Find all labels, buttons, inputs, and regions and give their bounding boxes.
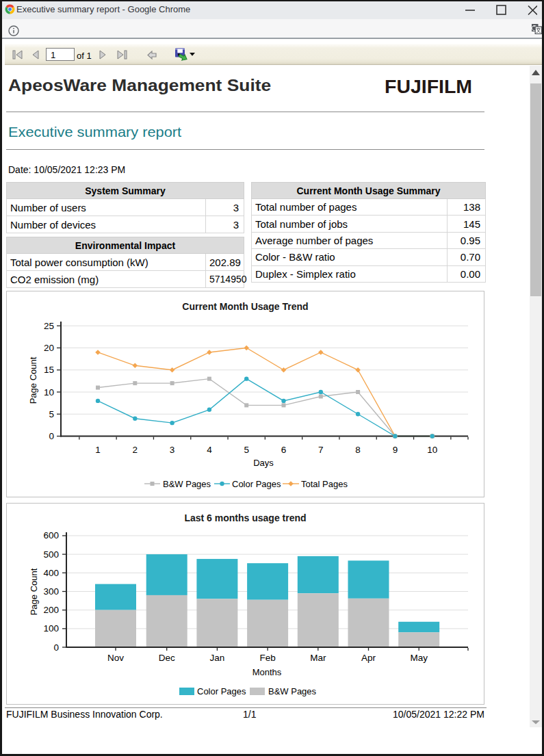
svg-text:2: 2 xyxy=(133,445,138,455)
svg-text:5: 5 xyxy=(244,445,249,455)
svg-text:300: 300 xyxy=(43,586,59,597)
svg-text:May: May xyxy=(410,653,428,663)
svg-text:FUJIFILM: FUJIFILM xyxy=(385,78,472,96)
svg-text:4: 4 xyxy=(207,445,212,455)
svg-text:10: 10 xyxy=(44,387,54,397)
svg-text:Page Count: Page Count xyxy=(28,356,38,404)
svg-text:9: 9 xyxy=(393,445,398,455)
svg-text:400: 400 xyxy=(43,568,59,578)
svg-text:Months: Months xyxy=(252,667,282,677)
svg-text:25: 25 xyxy=(44,321,54,331)
svg-text:Page Count: Page Count xyxy=(29,568,39,615)
svg-text:0: 0 xyxy=(53,642,59,653)
svg-text:Color Pages: Color Pages xyxy=(197,686,246,696)
svg-text:Jan: Jan xyxy=(210,653,225,663)
svg-text:Feb: Feb xyxy=(259,653,275,663)
svg-text:Apr: Apr xyxy=(361,653,376,663)
svg-text:Total Pages: Total Pages xyxy=(301,479,348,489)
svg-text:10: 10 xyxy=(427,445,437,455)
svg-text:7: 7 xyxy=(318,445,324,455)
svg-text:Days: Days xyxy=(253,458,274,468)
svg-text:1: 1 xyxy=(95,445,101,455)
svg-text:Dec: Dec xyxy=(159,653,175,663)
svg-text:Nov: Nov xyxy=(107,653,124,663)
svg-text:500: 500 xyxy=(43,549,59,560)
svg-text:5: 5 xyxy=(49,409,54,419)
svg-text:B&W Pages: B&W Pages xyxy=(163,479,211,489)
svg-text:Mar: Mar xyxy=(310,653,326,663)
svg-text:0: 0 xyxy=(49,431,54,441)
svg-text:6: 6 xyxy=(281,445,287,455)
svg-text:B&W Pages: B&W Pages xyxy=(268,686,317,696)
svg-text:20: 20 xyxy=(44,343,54,353)
svg-text:3: 3 xyxy=(170,445,175,455)
svg-text:Color Pages: Color Pages xyxy=(232,479,281,489)
svg-text:8: 8 xyxy=(355,445,361,455)
svg-text:15: 15 xyxy=(44,365,54,375)
svg-text:200: 200 xyxy=(43,605,59,615)
svg-text:600: 600 xyxy=(43,530,59,540)
svg-text:100: 100 xyxy=(43,623,59,634)
